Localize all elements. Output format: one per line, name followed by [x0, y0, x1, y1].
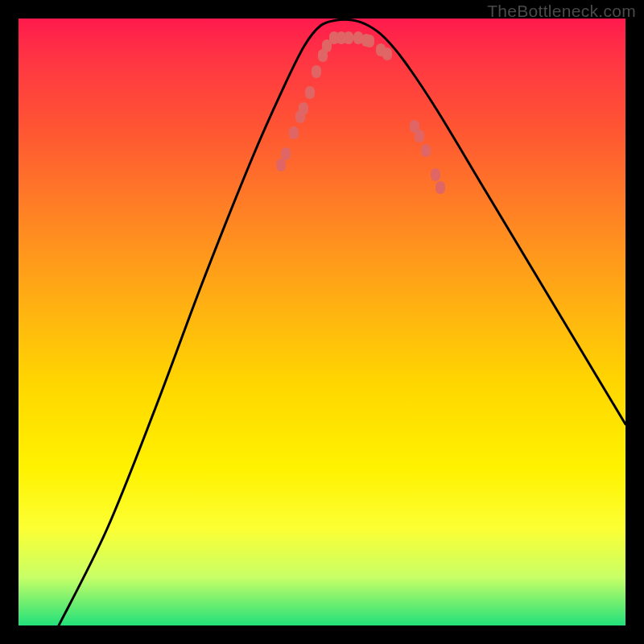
curve-marker: [312, 65, 321, 78]
curve-marker: [281, 147, 291, 160]
curve-marker: [289, 126, 299, 139]
curve-layer: [19, 19, 625, 625]
curve-marker: [382, 47, 392, 60]
curve-marker: [436, 181, 445, 194]
bottleneck-curve: [59, 19, 625, 625]
curve-marker: [365, 35, 374, 47]
chart-frame: TheBottleneck.com: [0, 0, 644, 644]
watermark-text: TheBottleneck.com: [487, 2, 636, 21]
curve-marker: [299, 102, 308, 115]
plot-background: [19, 19, 625, 625]
curve-path: [59, 19, 625, 625]
curve-marker: [276, 159, 286, 171]
curve-marker: [431, 168, 440, 181]
curve-marker: [421, 144, 431, 157]
curve-marker: [415, 130, 424, 142]
curve-marker: [305, 86, 315, 99]
marker-layer: [276, 31, 445, 194]
curve-marker: [344, 31, 353, 44]
